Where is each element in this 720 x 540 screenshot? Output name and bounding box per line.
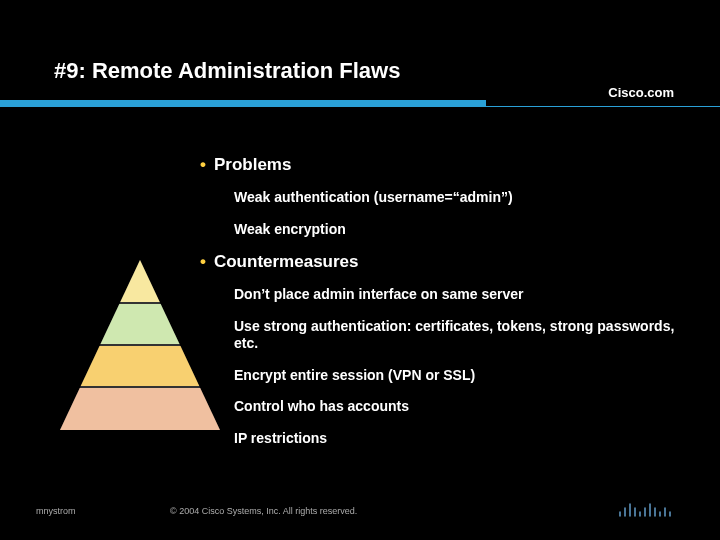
section-heading-problems: •Problems	[200, 155, 690, 175]
title-rule-thin	[0, 106, 720, 107]
content-area: •Problems Weak authentication (username=…	[200, 155, 690, 461]
footer-author: mnystrom	[36, 506, 76, 516]
list-item: Weak authentication (username=“admin”)	[234, 189, 690, 207]
list-item: Encrypt entire session (VPN or SSL)	[234, 367, 690, 385]
list-item: Don’t place admin interface on same serv…	[234, 286, 690, 304]
footer-copyright: © 2004 Cisco Systems, Inc. All rights re…	[170, 506, 357, 516]
list-item: Weak encryption	[234, 221, 690, 239]
cisco-logo-icon	[616, 496, 676, 522]
bullet-icon: •	[200, 155, 206, 174]
section-heading-countermeasures: •Countermeasures	[200, 252, 690, 272]
list-item: IP restrictions	[234, 430, 690, 448]
list-item: Control who has accounts	[234, 398, 690, 416]
section-heading-text: Problems	[214, 155, 291, 174]
section-heading-text: Countermeasures	[214, 252, 359, 271]
pyramid-graphic	[60, 260, 220, 430]
list-item: Use strong authentication: certificates,…	[234, 318, 690, 353]
brand-label: Cisco.com	[608, 85, 674, 100]
slide-title: #9: Remote Administration Flaws	[54, 58, 400, 84]
